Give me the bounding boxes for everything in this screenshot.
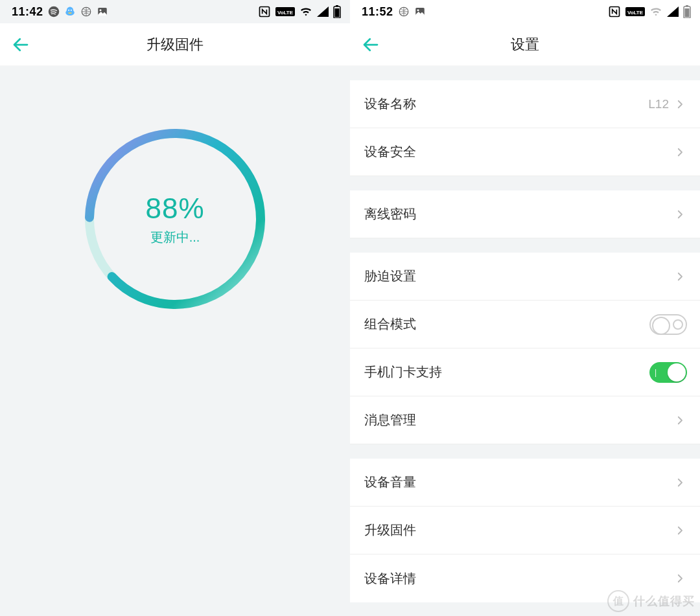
back-button[interactable] (0, 23, 41, 66)
page-title: 升级固件 (0, 35, 350, 54)
firmware-body: 88% 更新中... (0, 66, 350, 616)
svg-rect-23 (685, 8, 690, 17)
group-gap (350, 444, 700, 459)
back-button[interactable] (350, 23, 391, 66)
row-label: 胁迫设置 (364, 268, 673, 285)
settings-list: 设备名称L12设备安全离线密码胁迫设置组合模式手机门卡支持消息管理设备音量升级固… (350, 66, 700, 616)
settings-row[interactable]: 消息管理 (350, 396, 700, 444)
settings-row[interactable]: 离线密码 (350, 190, 700, 238)
row-label: 离线密码 (364, 205, 673, 223)
phone-firmware-update: 11:42 VoLTE 升级固件 (0, 0, 350, 616)
nav-bar: 设置 (350, 23, 700, 66)
signal-icon (317, 6, 329, 17)
chevron-right-icon (673, 269, 687, 284)
gallery-icon (97, 6, 108, 17)
settings-row[interactable]: 设备音量 (350, 459, 700, 507)
group-gap (350, 176, 700, 190)
status-right: VoLTE (608, 5, 691, 18)
settings-row[interactable]: 设备安全 (350, 128, 700, 176)
svg-point-3 (68, 10, 69, 11)
nfc-icon (608, 5, 621, 18)
settings-row[interactable]: 升级固件 (350, 507, 700, 554)
row-label: 手机门卡支持 (364, 363, 649, 381)
chevron-right-icon (673, 97, 687, 111)
toggle-switch[interactable] (649, 362, 687, 383)
chevron-right-icon (673, 145, 687, 159)
row-label: 消息管理 (364, 411, 673, 429)
progress-percent: 88% (145, 192, 204, 225)
battery-icon (683, 5, 691, 18)
status-left: 11:42 (12, 5, 108, 19)
page-title: 设置 (350, 35, 700, 54)
nfc-icon (258, 5, 271, 18)
globe-icon (398, 6, 410, 17)
status-time: 11:52 (362, 5, 393, 19)
status-left: 11:52 (362, 5, 426, 19)
row-label: 设备详情 (364, 570, 673, 587)
gallery-icon (414, 6, 426, 17)
wifi-icon (649, 6, 662, 17)
chevron-right-icon (673, 523, 687, 538)
qq-icon (64, 6, 76, 17)
svg-point-17 (417, 9, 419, 11)
svg-point-4 (70, 10, 71, 11)
settings-row[interactable]: 手机门卡支持 (350, 348, 700, 396)
progress-status-text: 更新中... (150, 229, 200, 246)
status-bar: 11:42 VoLTE (0, 0, 350, 23)
settings-row[interactable]: 胁迫设置 (350, 253, 700, 301)
group-gap (350, 238, 700, 253)
chevron-right-icon (673, 475, 687, 490)
toggle-switch[interactable] (649, 314, 687, 335)
group-gap (350, 66, 700, 80)
chevron-right-icon (673, 413, 687, 428)
signal-icon (667, 6, 679, 17)
row-label: 设备安全 (364, 143, 673, 161)
battery-icon (333, 5, 341, 18)
row-label: 设备音量 (364, 473, 673, 491)
row-label: 升级固件 (364, 521, 673, 539)
row-value: L12 (648, 97, 669, 111)
volte-icon: VoLTE (275, 7, 295, 16)
phone-settings: 11:52 VoLTE 设置 设备名称L12设备安全离线密码胁迫设置组合模式手机… (350, 0, 700, 616)
row-label: 组合模式 (364, 315, 649, 333)
back-arrow-icon (11, 35, 30, 54)
wifi-icon (299, 6, 312, 17)
status-time: 11:42 (12, 5, 43, 19)
row-label: 设备名称 (364, 95, 648, 113)
spotify-icon (48, 6, 60, 17)
progress-ring: 88% 更新中... (79, 123, 271, 315)
volte-icon: VoLTE (625, 7, 645, 16)
chevron-right-icon (673, 571, 687, 586)
settings-row[interactable]: 设备名称L12 (350, 80, 700, 128)
settings-row[interactable]: 组合模式 (350, 301, 700, 348)
svg-rect-13 (335, 8, 340, 17)
nav-bar: 升级固件 (0, 23, 350, 66)
svg-point-7 (99, 9, 101, 11)
globe-icon (80, 6, 92, 17)
chevron-right-icon (673, 207, 687, 222)
status-bar: 11:52 VoLTE (350, 0, 700, 23)
status-right: VoLTE (258, 5, 341, 18)
svg-point-2 (65, 10, 75, 16)
svg-text:VoLTE: VoLTE (277, 10, 294, 16)
svg-text:VoLTE: VoLTE (627, 10, 644, 16)
back-arrow-icon (361, 35, 380, 54)
settings-row[interactable]: 设备详情 (350, 554, 700, 602)
